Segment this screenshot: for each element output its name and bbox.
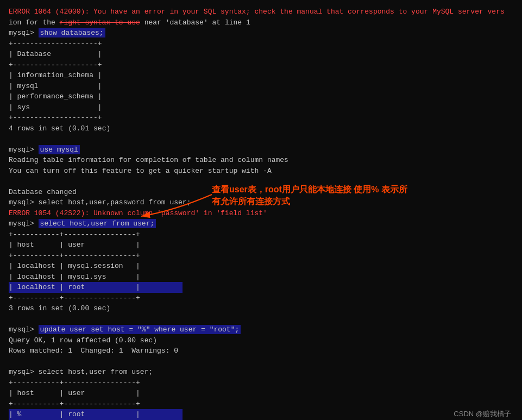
table-border-3: +--------------------+ xyxy=(9,112,513,123)
strikethrough-text: right syntax to use xyxy=(60,18,140,27)
blank-3 xyxy=(9,314,513,325)
cmd-select-host-user-1: mysql> select host,user from user; xyxy=(9,218,513,229)
user-table2-border-2: +-----------+-----------------+ xyxy=(9,399,513,410)
table-row-mysql: | mysql | xyxy=(9,81,513,92)
cmd-use-mysql: mysql> use mysql xyxy=(9,145,513,155)
error-line-2: ion for the right syntax to use near 'da… xyxy=(9,17,513,28)
blank-1 xyxy=(9,134,513,145)
user-table-border-2: +-----------+-----------------+ xyxy=(9,250,513,261)
user-table-row-session: | localhost | mysql.session | xyxy=(9,261,513,272)
table-row-perf-schema: | performance_schema | xyxy=(9,91,513,102)
user-table-row-sys: | localhost | mysql.sys | xyxy=(9,272,513,283)
table-border-1: +--------------------+ xyxy=(9,39,513,49)
cmd-update-user: mysql> update user set host = "%" where … xyxy=(9,324,513,335)
user-table-row-root-highlight: | localhost | root | xyxy=(9,282,183,293)
prompt-2: mysql> xyxy=(9,146,39,154)
error-line-1: ERROR 1064 (42000): You have an error in… xyxy=(9,7,513,17)
table-border-2: +--------------------+ xyxy=(9,60,513,71)
cmd-select-host-user-2-text: select host,user from user; xyxy=(39,368,153,376)
prompt-6: mysql> xyxy=(9,368,39,376)
table-row-info-schema: | information_schema | xyxy=(9,70,513,81)
rows-matched: Rows matched: 1 Changed: 1 Warnings: 0 xyxy=(9,346,513,356)
prompt-4: mysql> xyxy=(9,220,39,228)
cmd-show-databases: mysql> show databases; xyxy=(9,28,513,39)
row-count-2: 3 rows in set (0.00 sec) xyxy=(9,303,513,314)
prompt: mysql> xyxy=(9,29,39,37)
table-row-sys: | sys | xyxy=(9,102,513,113)
table-header-database: | Database | xyxy=(9,49,513,60)
cmd-select-host-user-2: mysql> select host,user from user; xyxy=(9,367,513,378)
prompt-5: mysql> xyxy=(9,325,39,334)
user-table2-border-1: +-----------+-----------------+ xyxy=(9,378,513,388)
reading-table-info: Reading table information for completion… xyxy=(9,155,513,166)
cmd-box-show-databases: show databases; xyxy=(39,28,105,37)
cmd-box-update-user: update user set host = "%" where user = … xyxy=(39,325,241,334)
row-count-1: 4 rows in set (0.01 sec) xyxy=(9,123,513,134)
user-table-border-1: +-----------+-----------------+ xyxy=(9,229,513,240)
user-table2-row-percent: | % | root | xyxy=(9,409,183,420)
prompt-3: mysql> xyxy=(9,198,39,206)
user-table-header: | host | user | xyxy=(9,240,513,250)
cmd-box-use-mysql: use mysql xyxy=(39,145,80,154)
annotation-line2: 有允许所有连接方式 xyxy=(212,197,290,206)
turn-off-hint: You can turn off this feature to get a q… xyxy=(9,166,513,177)
annotation-arrow xyxy=(130,189,217,222)
error-unknown-column: ERROR 1054 (42S22): Unknown column 'pass… xyxy=(9,208,513,219)
query-ok-1: Query OK, 1 row affected (0.00 sec) xyxy=(9,335,513,346)
csdn-watermark: CSDN @赔我橘子 xyxy=(454,409,511,419)
annotation-line1: 查看user表，root用户只能本地连接 使用% 表示所 xyxy=(212,185,407,194)
annotation-text: 查看user表，root用户只能本地连接 使用% 表示所 有允许所有连接方式 xyxy=(212,184,407,208)
user-table2-header: | host | user | xyxy=(9,388,513,399)
terminal-window: ERROR 1064 (42000): You have an error in… xyxy=(5,4,517,420)
blank-4 xyxy=(9,356,513,367)
user-table-border-3: +-----------+-----------------+ xyxy=(9,293,513,304)
